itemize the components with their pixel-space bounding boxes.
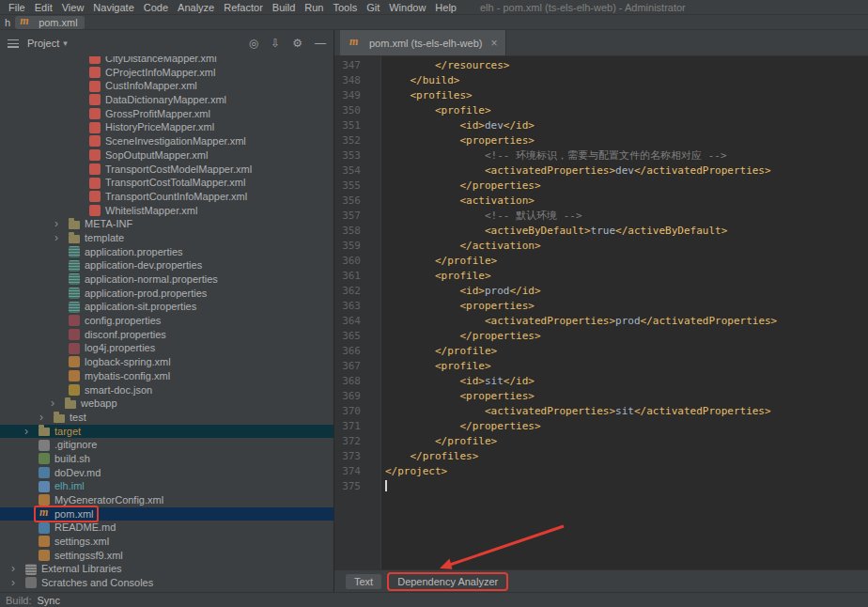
chevron-right-icon: ›	[11, 562, 23, 576]
editor-tab-label: pom.xml (ts-els-elh-web)	[369, 38, 482, 49]
code-editor[interactable]: </resources> </build> <profiles> <profil…	[381, 56, 868, 569]
maven-icon	[19, 17, 30, 28]
tree-item-CProjectInfoMapper.xml[interactable]: CProjectInfoMapper.xml	[0, 66, 333, 80]
tree-item-External Libraries[interactable]: ›External Libraries	[0, 562, 333, 576]
build-status-label[interactable]: Build:	[6, 595, 32, 606]
tree-item-build.sh[interactable]: build.sh	[0, 452, 333, 466]
menu-analyze[interactable]: Analyze	[173, 2, 219, 13]
editor-tab-pom-xml[interactable]: pom.xml (ts-els-elh-web) ×	[340, 30, 506, 55]
tree-item-TransportCostModelMapper.xml[interactable]: TransportCostModelMapper.xml	[0, 163, 333, 177]
properties-icon	[69, 246, 80, 257]
shell-icon	[39, 453, 50, 464]
tree-item-pom.xml[interactable]: pom.xml	[0, 507, 333, 521]
editor-bottom-tab-bar: Text Dependency Analyzer	[334, 569, 868, 592]
mapper-xml-icon	[89, 149, 101, 161]
tree-item-config.properties[interactable]: config.properties	[0, 314, 333, 328]
tree-item-SceneInvestigationMapper.xml[interactable]: SceneInvestigationMapper.xml	[0, 134, 333, 148]
library-icon	[25, 564, 37, 575]
tree-item-webapp[interactable]: ›webapp	[0, 397, 333, 411]
xml-icon	[39, 550, 50, 561]
tree-item-MyGeneratorConfig.xml[interactable]: MyGeneratorConfig.xml	[0, 493, 333, 507]
status-bar: Build: Sync	[0, 592, 868, 607]
chevron-right-icon: ›	[51, 397, 62, 411]
tree-item-DataDictionaryMapper.xml[interactable]: DataDictionaryMapper.xml	[0, 93, 333, 107]
tree-item-application-normal.properties[interactable]: application-normal.properties	[0, 272, 333, 287]
tree-item-template[interactable]: ›template	[0, 231, 333, 245]
tool-row: Project ▾ ◎ ⇩ ⚙ — pom.xml (ts-els-elh-we…	[0, 30, 868, 56]
tree-item-elh.iml[interactable]: elh.iml	[0, 479, 333, 493]
mapper-xml-icon	[89, 163, 101, 175]
tree-item-logback-spring.xml[interactable]: logback-spring.xml	[0, 355, 333, 369]
tree-item-GrossProfitMapper.xml[interactable]: GrossProfitMapper.xml	[0, 107, 333, 121]
settings-gear-icon[interactable]: ⚙	[292, 38, 302, 49]
menu-window[interactable]: Window	[384, 2, 430, 13]
tab-dependency-analyzer[interactable]: Dependency Analyzer	[389, 574, 506, 589]
main-split: CityDistanceMapper.xmlCProjectInfoMapper…	[0, 56, 868, 592]
xml-icon	[39, 494, 50, 506]
hamburger-icon[interactable]	[8, 39, 19, 48]
xml-icon	[39, 536, 50, 547]
mapper-xml-icon	[89, 135, 101, 147]
menu-build[interactable]: Build	[268, 2, 300, 13]
tree-item-Scratches and Consoles[interactable]: ›Scratches and Consoles	[0, 576, 333, 590]
config-icon	[69, 329, 80, 340]
menu-git[interactable]: Git	[362, 2, 384, 13]
maven-icon	[39, 508, 50, 520]
locate-icon[interactable]: ◎	[249, 38, 258, 49]
tree-item-mybatis-config.xml[interactable]: mybatis-config.xml	[0, 369, 333, 383]
menu-bar: File Edit View Navigate Code Analyze Ref…	[0, 0, 868, 15]
menu-help[interactable]: Help	[430, 2, 461, 13]
tree-item-.gitignore[interactable]: .gitignore	[0, 438, 333, 452]
properties-icon	[69, 302, 80, 313]
tree-item-application-prod.properties[interactable]: application-prod.properties	[0, 287, 333, 301]
tree-item-disconf.properties[interactable]: disconf.properties	[0, 328, 333, 342]
menu-file[interactable]: File	[4, 2, 30, 13]
tree-item-README.md[interactable]: README.md	[0, 521, 333, 535]
menu-edit[interactable]: Edit	[30, 2, 57, 13]
tree-item-TransportCostTotalMapper.xml[interactable]: TransportCostTotalMapper.xml	[0, 176, 333, 190]
tab-text[interactable]: Text	[346, 574, 381, 589]
tree-item-log4j.properties[interactable]: log4j.properties	[0, 341, 333, 355]
tree-item-HistoryPriceMapper.xml[interactable]: HistoryPriceMapper.xml	[0, 120, 333, 134]
tree-item-application-dev.properties[interactable]: application-dev.properties	[0, 258, 333, 272]
close-icon[interactable]: ×	[490, 37, 497, 50]
tree-item-META-INF[interactable]: ›META-INF	[0, 217, 333, 231]
menu-run[interactable]: Run	[300, 2, 328, 13]
tree-item-application-sit.properties[interactable]: application-sit.properties	[0, 300, 333, 314]
mapper-xml-icon	[89, 81, 101, 92]
xml-icon	[69, 356, 80, 367]
tree-item-SopOutputMapper.xml[interactable]: SopOutputMapper.xml	[0, 148, 333, 163]
breadcrumb-file-label: pom.xml	[39, 17, 78, 28]
editor-area: 3473483493503513523533543553563573583593…	[334, 56, 868, 592]
breadcrumb-file[interactable]: pom.xml	[15, 16, 85, 29]
ide-window: File Edit View Navigate Code Analyze Ref…	[0, 0, 868, 607]
tree-item-doDev.md[interactable]: doDev.md	[0, 466, 333, 480]
hide-panel-icon[interactable]: —	[315, 38, 326, 49]
tree-item-smart-doc.json[interactable]: smart-doc.json	[0, 383, 333, 397]
tree-item-CustInfoMapper.xml[interactable]: CustInfoMapper.xml	[0, 79, 333, 93]
menu-code[interactable]: Code	[139, 2, 173, 13]
tree-item-target[interactable]: ›target	[0, 425, 333, 439]
tree-item-settingssf9.xml[interactable]: settingssf9.xml	[0, 549, 333, 563]
menu-navigate[interactable]: Navigate	[88, 2, 138, 13]
chevron-right-icon: ›	[54, 217, 66, 231]
tree-item-settings.xml[interactable]: settings.xml	[0, 535, 333, 549]
tree-item-TransportCountInfoMapper.xml[interactable]: TransportCountInfoMapper.xml	[0, 190, 333, 204]
tree-item-WhitelistMapper.xml[interactable]: WhitelistMapper.xml	[0, 204, 333, 218]
tree-item-application.properties[interactable]: application.properties	[0, 245, 333, 259]
window-title: elh - pom.xml (ts-els-elh-web) - Adminis…	[480, 2, 686, 13]
mapper-xml-icon	[89, 178, 101, 189]
folder-icon	[54, 414, 65, 423]
project-view-selector[interactable]: Project	[27, 38, 59, 49]
tree-item-CityDistanceMapper.xml[interactable]: CityDistanceMapper.xml	[0, 56, 333, 66]
collapse-all-icon[interactable]: ⇩	[271, 38, 280, 49]
menu-view[interactable]: View	[57, 2, 89, 13]
chevron-down-icon: ▾	[63, 39, 68, 48]
tree-item-test[interactable]: ›test	[0, 411, 333, 425]
folder-icon	[39, 428, 50, 436]
project-tree: CityDistanceMapper.xmlCProjectInfoMapper…	[0, 56, 333, 590]
menu-refactor[interactable]: Refactor	[219, 2, 268, 13]
chevron-right-icon: ›	[39, 411, 51, 425]
menu-tools[interactable]: Tools	[328, 2, 362, 13]
breadcrumb-root[interactable]: h	[3, 17, 15, 28]
